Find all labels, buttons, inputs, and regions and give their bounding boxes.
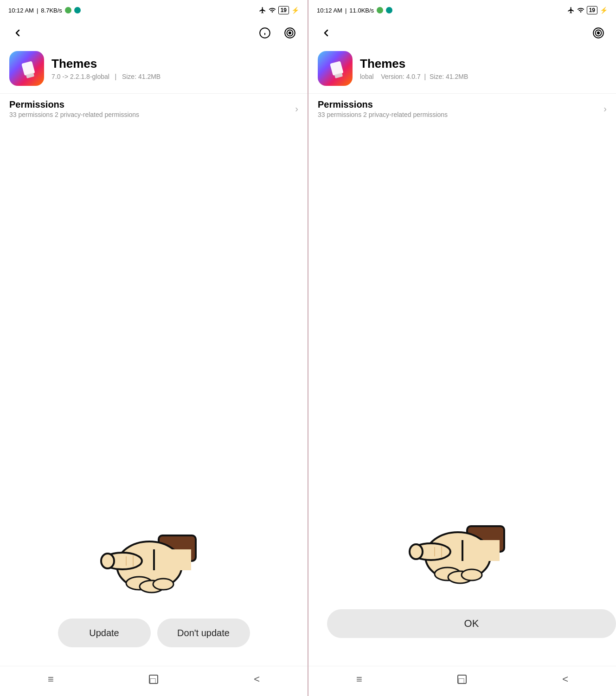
right-menu-button[interactable]: ≡ bbox=[356, 673, 362, 685]
left-speed: 8.7KB/s bbox=[41, 7, 62, 14]
right-version: Version: 4.0.7 bbox=[381, 73, 421, 80]
right-action-buttons: OK bbox=[308, 609, 616, 647]
right-wifi-icon bbox=[577, 6, 584, 14]
left-home-button[interactable]: □ bbox=[149, 675, 158, 684]
svg-point-26 bbox=[410, 544, 423, 559]
right-toolbar bbox=[308, 19, 616, 46]
svg-rect-23 bbox=[462, 540, 500, 561]
left-action-buttons: Update Don't update bbox=[0, 619, 308, 647]
left-permissions-sub: 33 permissions 2 privacy-related permiss… bbox=[9, 111, 139, 118]
right-status-right: 19 ⚡ bbox=[567, 6, 608, 14]
right-content-area: OK bbox=[308, 124, 616, 666]
left-permissions-text: Permissions 33 permissions 2 privacy-rel… bbox=[9, 99, 139, 118]
left-permissions-title: Permissions bbox=[9, 99, 139, 110]
right-home-button[interactable]: □ bbox=[457, 675, 467, 684]
right-permissions-sub: 33 permissions 2 privacy-related permiss… bbox=[318, 111, 448, 118]
right-app-info: Themes lobal Version: 4.0.7 | Size: 41.2… bbox=[308, 46, 616, 93]
airplane-icon bbox=[259, 6, 266, 14]
left-content-area: Update Don't update bbox=[0, 124, 308, 666]
left-version-info: 7.0 -> 2.2.1.8-global bbox=[51, 73, 109, 80]
right-speed: 11.0KB/s bbox=[349, 7, 374, 14]
right-panel: 10:12 AM | 11.0KB/s 19 ⚡ bbox=[308, 0, 616, 696]
svg-point-15 bbox=[153, 579, 173, 590]
svg-point-29 bbox=[462, 569, 482, 580]
right-app-meta: lobal Version: 4.0.7 | Size: 41.2MB bbox=[360, 73, 607, 80]
left-dot-green bbox=[65, 7, 71, 13]
right-back-button[interactable] bbox=[318, 25, 334, 41]
themes-icon-svg bbox=[15, 57, 38, 80]
left-back-button[interactable] bbox=[9, 25, 26, 41]
right-bottom-nav: ≡ □ < bbox=[308, 666, 616, 696]
right-airplane-icon bbox=[567, 6, 575, 14]
left-hand-illustration bbox=[98, 515, 210, 607]
svg-point-12 bbox=[101, 554, 114, 568]
left-status-left: 10:12 AM | 8.7KB/s bbox=[8, 7, 81, 14]
right-app-icon bbox=[318, 51, 353, 86]
wifi-icon bbox=[269, 6, 276, 14]
right-toolbar-icons bbox=[590, 25, 607, 41]
ok-button[interactable]: OK bbox=[327, 609, 616, 638]
right-time: 10:12 AM bbox=[317, 7, 342, 14]
right-settings-button[interactable] bbox=[590, 25, 607, 41]
left-toolbar bbox=[0, 19, 308, 46]
right-status-left: 10:12 AM | 11.0KB/s bbox=[317, 7, 392, 14]
dont-update-button[interactable]: Don't update bbox=[157, 619, 250, 647]
svg-rect-8 bbox=[154, 549, 191, 570]
left-permissions-chevron: › bbox=[295, 103, 298, 114]
right-dot-green bbox=[377, 7, 383, 13]
right-size: Size: 41.2MB bbox=[430, 73, 468, 80]
right-app-name: Themes bbox=[360, 57, 607, 71]
right-dot-teal bbox=[386, 7, 392, 13]
update-button[interactable]: Update bbox=[58, 619, 151, 647]
left-back-nav-button[interactable]: < bbox=[254, 673, 260, 685]
right-permissions-chevron: › bbox=[603, 103, 607, 114]
left-bottom-nav: ≡ □ < bbox=[0, 666, 308, 696]
right-hand-illustration bbox=[407, 505, 518, 598]
left-size: Size: 41.2MB bbox=[122, 73, 160, 80]
left-app-info: Themes 7.0 -> 2.2.1.8-global | Size: 41.… bbox=[0, 46, 308, 93]
right-version-info: lobal bbox=[360, 73, 374, 80]
left-menu-button[interactable]: ≡ bbox=[48, 673, 54, 685]
right-status-bar: 10:12 AM | 11.0KB/s 19 ⚡ bbox=[308, 0, 616, 19]
right-themes-icon-svg bbox=[324, 57, 347, 80]
left-toolbar-icons bbox=[257, 25, 298, 41]
left-info-button[interactable] bbox=[257, 25, 273, 41]
left-app-details: Themes 7.0 -> 2.2.1.8-global | Size: 41.… bbox=[51, 57, 298, 80]
left-permissions[interactable]: Permissions 33 permissions 2 privacy-rel… bbox=[0, 93, 308, 124]
svg-point-3 bbox=[289, 32, 291, 34]
left-charge-icon: ⚡ bbox=[291, 6, 299, 14]
svg-point-18 bbox=[597, 32, 599, 34]
right-back-nav-button[interactable]: < bbox=[562, 673, 568, 685]
right-permissions-text: Permissions 33 permissions 2 privacy-rel… bbox=[318, 99, 448, 118]
right-battery: 19 bbox=[587, 6, 597, 14]
left-battery: 19 bbox=[278, 6, 289, 14]
left-time: 10:12 AM bbox=[8, 7, 34, 14]
left-status-right: 19 ⚡ bbox=[259, 6, 299, 14]
left-app-icon bbox=[9, 51, 44, 86]
right-permissions-title: Permissions bbox=[318, 99, 448, 110]
left-app-meta: 7.0 -> 2.2.1.8-global | Size: 41.2MB bbox=[51, 73, 298, 80]
left-network-speed: | bbox=[37, 7, 38, 14]
left-settings-button[interactable] bbox=[282, 25, 298, 41]
left-status-bar: 10:12 AM | 8.7KB/s 19 ⚡ bbox=[0, 0, 308, 19]
right-charge-icon: ⚡ bbox=[600, 6, 608, 14]
left-dot-teal bbox=[74, 7, 81, 13]
right-app-details: Themes lobal Version: 4.0.7 | Size: 41.2… bbox=[360, 57, 607, 80]
right-permissions[interactable]: Permissions 33 permissions 2 privacy-rel… bbox=[308, 93, 616, 124]
left-panel: 10:12 AM | 8.7KB/s 19 ⚡ bbox=[0, 0, 308, 696]
left-app-name: Themes bbox=[51, 57, 298, 71]
right-sep: | bbox=[345, 7, 346, 14]
